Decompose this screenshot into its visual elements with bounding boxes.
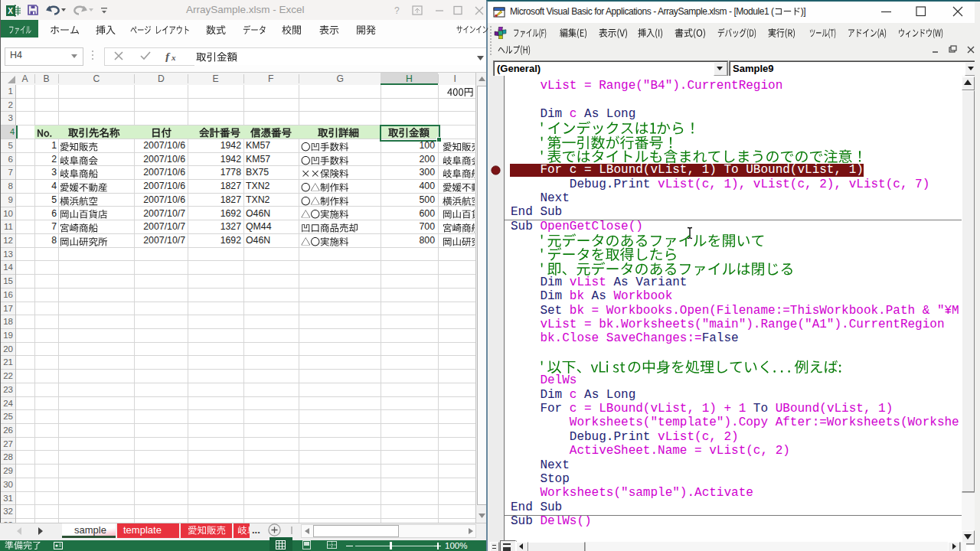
svg-text:x: x bbox=[171, 53, 176, 62]
svg-text:X: X bbox=[8, 7, 13, 15]
svg-text:f: f bbox=[165, 51, 171, 62]
svg-text:?: ? bbox=[394, 5, 400, 16]
